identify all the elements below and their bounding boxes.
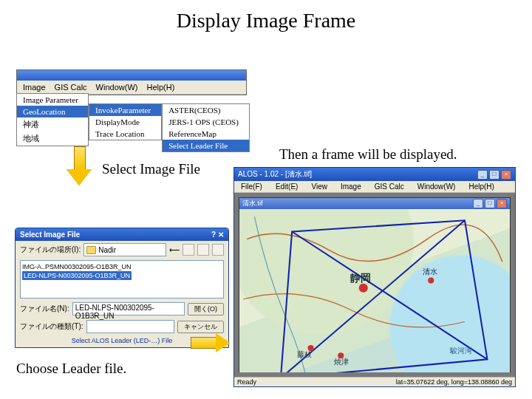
look-in-label: ファイルの場所(I): <box>20 245 81 255</box>
place-label-shimizu: 清水 <box>423 267 437 277</box>
submenu-item[interactable]: 神港 <box>17 117 88 132</box>
window-titlebar <box>17 70 246 81</box>
filename-field[interactable]: LED-NLPS-N00302095-O1B3R_UN <box>72 302 185 316</box>
menu-item[interactable]: GIS Calc <box>371 182 408 191</box>
choose-leader-label: Choose Leader file. <box>16 361 126 377</box>
look-in-dropdown[interactable]: Nadir <box>83 243 166 256</box>
page-title: Display Image Frame <box>0 9 532 33</box>
folder-icon <box>86 246 96 254</box>
submenu-item[interactable]: ASTER(CEOS) <box>163 104 249 116</box>
filetype-label: ファイルの種類(T): <box>20 321 83 332</box>
status-right: lat=35.07622 deg, long=138.08860 deg <box>396 378 512 386</box>
viewer-titlebar: ALOS - 1.02 - [清水.tif] _ □ × <box>234 168 515 181</box>
look-in-value: Nadir <box>98 246 116 254</box>
submenu-item-highlighted[interactable]: GeoLocation <box>17 106 88 117</box>
new-folder-icon[interactable] <box>197 244 209 256</box>
submenu-level1: Image Parameter GeoLocation 神港 地域 <box>16 93 89 146</box>
map-viewer-window: ALOS - 1.02 - [清水.tif] _ □ × File(F) Edi… <box>233 167 516 387</box>
submenu-level2: InvokeParameter DisplayMode Trace Locati… <box>89 103 162 140</box>
filetype-field[interactable] <box>86 320 174 333</box>
menu-item[interactable]: Window(W) <box>414 182 460 191</box>
menu-item[interactable]: Edit(E) <box>272 182 302 191</box>
submenu-level3: ASTER(CEOS) JERS-1 OPS (CEOS) ReferenceM… <box>162 103 250 152</box>
file-item-selected[interactable]: LED-NLPS-N00302095-O1B3R_UN <box>22 271 132 280</box>
svg-line-0 <box>292 232 487 360</box>
viewer-title: ALOS - 1.02 - [清水.tif] <box>238 169 312 180</box>
close-icon[interactable]: × <box>501 170 511 180</box>
menu-item[interactable]: File(F) <box>237 182 266 191</box>
dialog-titlebar: Select Image File ? ✕ <box>16 228 228 241</box>
maximize-icon[interactable]: □ <box>489 170 499 180</box>
place-label-shizuoka: 静岡 <box>350 272 371 285</box>
submenu-item[interactable]: DisplayMode <box>89 116 161 128</box>
minimize-icon[interactable]: _ <box>473 199 483 208</box>
views-icon[interactable] <box>212 244 224 256</box>
place-label-fujieda: 藤枝 <box>297 349 312 360</box>
up-folder-icon[interactable] <box>183 244 194 256</box>
city-marker <box>428 278 434 284</box>
map-canvas[interactable]: 静岡 清水 藤枝 焼津 駿河湾 <box>239 209 510 372</box>
open-button[interactable]: 開く(O) <box>188 303 224 316</box>
dialog-title: Select Image File <box>20 231 80 239</box>
document-window: 清水.tif _ □ × <box>239 197 511 372</box>
submenu-item[interactable]: 地域 <box>17 132 88 146</box>
select-image-file-label: Select Image File <box>102 161 200 177</box>
doc-titlebar: 清水.tif _ □ × <box>239 198 510 209</box>
menu-item[interactable]: Window(W) <box>92 82 142 92</box>
submenu-item[interactable]: Image Parameter <box>17 94 88 106</box>
nav-back-icon[interactable]: ⟵ <box>169 246 180 254</box>
place-label-suruga-bay: 駿河湾 <box>450 346 472 356</box>
menu-item[interactable]: Image <box>337 182 365 191</box>
file-list[interactable]: IMG-A..PSMN00302095-O1B3R_UN LED-NLPS-N0… <box>20 260 224 299</box>
mdi-area: 清水.tif _ □ × <box>234 193 515 377</box>
viewer-menubar: File(F) Edit(E) View Image GIS Calc Wind… <box>234 181 515 193</box>
maximize-icon[interactable]: □ <box>485 199 495 208</box>
menu-item[interactable]: Image <box>19 82 50 92</box>
select-image-file-dialog: Select Image File ? ✕ ファイルの場所(I): Nadir … <box>15 228 229 348</box>
help-icon[interactable]: ? ✕ <box>211 231 224 239</box>
place-label-yaizu: 焼津 <box>334 357 349 367</box>
menu-item[interactable]: View <box>307 182 331 191</box>
minimize-icon[interactable]: _ <box>477 170 488 180</box>
file-item[interactable]: IMG-A..PSMN00302095-O1B3R_UN <box>22 262 222 271</box>
status-bar: Ready lat=35.07622 deg, long=138.08860 d… <box>234 377 515 386</box>
submenu-item-highlighted[interactable]: InvokeParameter <box>89 104 161 116</box>
menu-item[interactable]: Help(H) <box>465 182 497 191</box>
close-icon[interactable]: × <box>497 199 507 208</box>
filename-label: ファイル名(N): <box>20 304 69 314</box>
cancel-button[interactable]: キャンセル <box>177 321 224 333</box>
menu-screenshot: Image GIS Calc Window(W) Help(H) <box>16 69 247 95</box>
menu-item[interactable]: Help(H) <box>143 82 178 92</box>
submenu-item[interactable]: Trace Location <box>89 128 161 140</box>
submenu-item[interactable]: ReferenceMap <box>163 128 249 140</box>
submenu-item[interactable]: JERS-1 OPS (CEOS) <box>163 116 249 128</box>
then-frame-label: Then a frame will be displayed. <box>279 146 457 163</box>
submenu-item-highlighted[interactable]: Select Leader File <box>163 140 249 151</box>
doc-title: 清水.tif <box>242 199 263 208</box>
menu-item[interactable]: GIS Calc <box>51 82 91 92</box>
status-left: Ready <box>237 378 256 386</box>
